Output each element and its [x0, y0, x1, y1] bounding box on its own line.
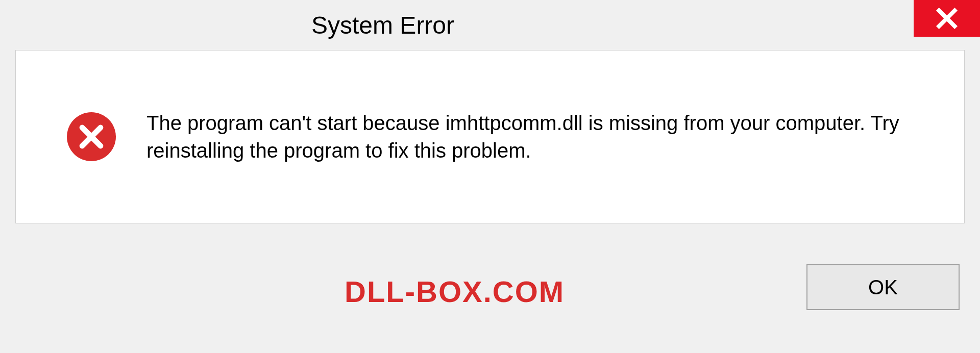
ok-button-label: OK	[868, 276, 898, 299]
footer-area: DLL-BOX.COM OK	[0, 223, 980, 353]
ok-button[interactable]: OK	[806, 264, 960, 310]
content-area: The program can't start because imhttpco…	[15, 50, 965, 223]
close-icon	[935, 7, 959, 30]
error-icon	[67, 112, 116, 161]
titlebar: System Error	[0, 0, 980, 50]
system-error-dialog: System Error The program can't start bec…	[0, 0, 980, 353]
watermark-text: DLL-BOX.COM	[345, 274, 565, 309]
dialog-title: System Error	[311, 11, 454, 39]
close-button[interactable]	[914, 0, 980, 37]
error-message: The program can't start because imhttpco…	[146, 109, 902, 164]
